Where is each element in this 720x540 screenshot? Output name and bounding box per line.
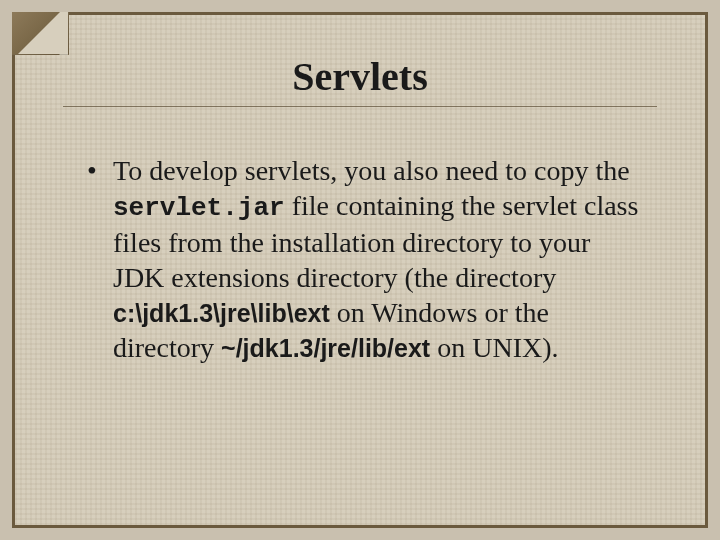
bullet-item: To develop servlets, you also need to co…	[87, 153, 647, 365]
body-text: To develop servlets, you also need to co…	[113, 155, 630, 186]
dogear-decoration	[12, 12, 69, 55]
body-text: on UNIX).	[430, 332, 558, 363]
slide: Servlets To develop servlets, you also n…	[0, 0, 720, 540]
slide-inner: Servlets To develop servlets, you also n…	[12, 12, 708, 528]
bullet-list: To develop servlets, you also need to co…	[63, 153, 657, 365]
path-unix: ~/jdk1.3/jre/lib/ext	[221, 334, 430, 362]
slide-title: Servlets	[63, 53, 657, 100]
path-windows: c:\jdk1.3\jre\lib\ext	[113, 299, 330, 327]
title-rule	[63, 106, 657, 107]
code-filename: servlet.jar	[113, 193, 285, 223]
